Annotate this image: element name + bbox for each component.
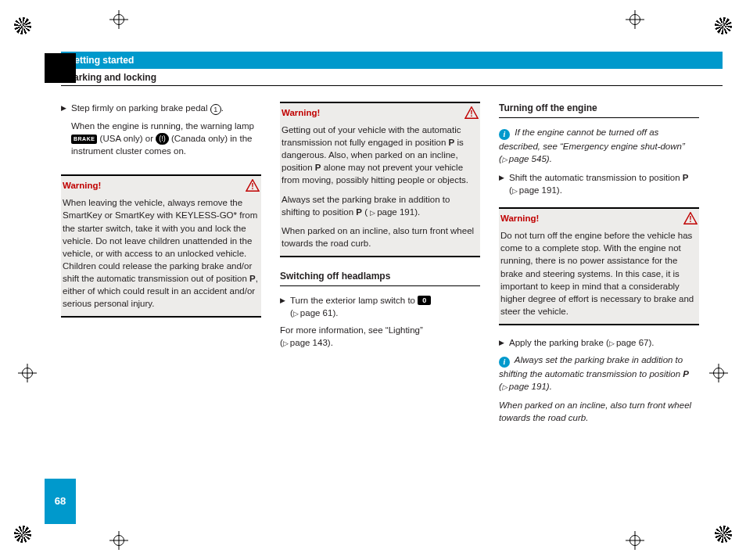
warning-text: Getting out of your vehicle with the aut… <box>282 124 479 186</box>
info-note: When parked on an incline, also turn fro… <box>499 399 699 424</box>
warning-label: Warning! <box>63 179 101 192</box>
page-crossref: page 191 <box>512 185 557 195</box>
page-crossref: page 143 <box>283 338 328 347</box>
warning-box: Warning! ! Do not turn off the engine be… <box>499 207 699 325</box>
info-icon: i <box>499 129 510 140</box>
info-note: i If the engine cannot be turned off as … <box>499 126 699 165</box>
section-heading: Parking and locking <box>61 70 723 86</box>
body-text: For more information, see “Lighting” (pa… <box>280 324 480 349</box>
step-bullet-icon: ▶ <box>280 294 285 319</box>
subheading: Switching off headlamps <box>280 270 480 286</box>
chapter-heading: Getting started <box>61 52 723 69</box>
switch-position-icon: 0 <box>418 296 431 306</box>
step-text: Step firmly on parking brake pedal <box>71 103 210 113</box>
instruction-step: ▶ Shift the automatic transmission to po… <box>499 171 699 196</box>
warning-box: Warning! ! Getting out of your vehicle w… <box>280 102 480 257</box>
canada-brake-icon: (!) <box>156 133 169 145</box>
warning-triangle-icon: ! <box>246 179 260 192</box>
step-bullet-icon: ▶ <box>61 102 66 163</box>
column-2: Warning! ! Getting out of your vehicle w… <box>280 102 480 430</box>
svg-text:!: ! <box>689 215 691 224</box>
instruction-step: ▶ Step firmly on parking brake pedal 1. … <box>61 102 261 163</box>
instruction-step: ▶ Turn the exterior lamp switch to 0 (pa… <box>280 294 480 319</box>
page-crossref: page 67 <box>609 338 649 347</box>
subheading: Turning off the engine <box>499 102 699 118</box>
svg-text:!: ! <box>251 182 253 191</box>
column-1: ▶ Step firmly on parking brake pedal 1. … <box>61 102 261 430</box>
instruction-step: ▶ Apply the parking brake (page 67). <box>499 336 699 349</box>
warning-box: Warning! ! When leaving the vehicle, alw… <box>61 174 261 318</box>
warning-label: Warning! <box>282 106 320 119</box>
page-number: 68 <box>45 479 76 524</box>
column-3: Turning off the engine i If the engine c… <box>499 102 699 430</box>
warning-text: Do not turn off the engine before the ve… <box>500 229 698 318</box>
body-columns: ▶ Step firmly on parking brake pedal 1. … <box>61 102 723 430</box>
warning-label: Warning! <box>500 212 539 224</box>
warning-triangle-icon: ! <box>464 106 479 119</box>
step-bullet-icon: ▶ <box>499 171 504 196</box>
warning-text: When leaving the vehicle, always remove … <box>63 196 260 310</box>
info-note: i Always set the parking brake in additi… <box>499 354 699 393</box>
warning-triangle-icon: ! <box>683 212 698 224</box>
warning-text: Always set the parking brake in addition… <box>282 193 479 218</box>
callout-number-icon: 1 <box>210 104 221 115</box>
chapter-tab-marker <box>45 53 76 83</box>
warning-text: When parked on an incline, also turn fro… <box>282 224 479 249</box>
page-crossref: page 191 <box>502 382 547 391</box>
svg-text:!: ! <box>470 109 472 118</box>
page-crossref: page 61 <box>293 308 333 318</box>
page-crossref: page 191 <box>370 207 414 217</box>
info-icon: i <box>499 357 510 368</box>
step-bullet-icon: ▶ <box>499 336 504 349</box>
brake-lamp-icon: BRAKE <box>71 135 97 144</box>
page-crossref: page 545 <box>502 154 547 163</box>
